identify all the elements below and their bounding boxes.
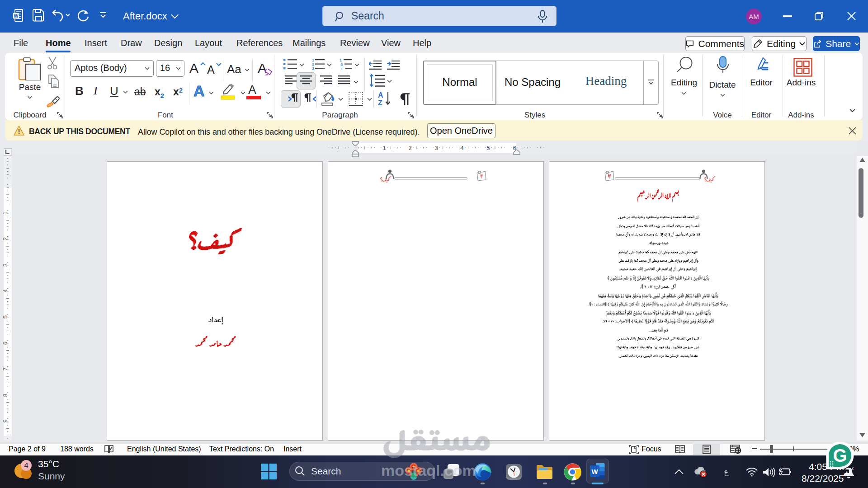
svg-text:2: 2 — [312, 62, 314, 66]
svg-text:G: G — [833, 446, 847, 465]
svg-text:W: W — [14, 13, 19, 19]
svg-text:W: W — [591, 468, 598, 475]
svg-text:a: a — [340, 62, 343, 66]
svg-text:A: A — [378, 91, 383, 99]
svg-text:4: 4 — [24, 461, 28, 470]
svg-text:Z: Z — [378, 99, 382, 107]
svg-text:3: 3 — [312, 66, 314, 71]
svg-text:i: i — [341, 66, 343, 71]
